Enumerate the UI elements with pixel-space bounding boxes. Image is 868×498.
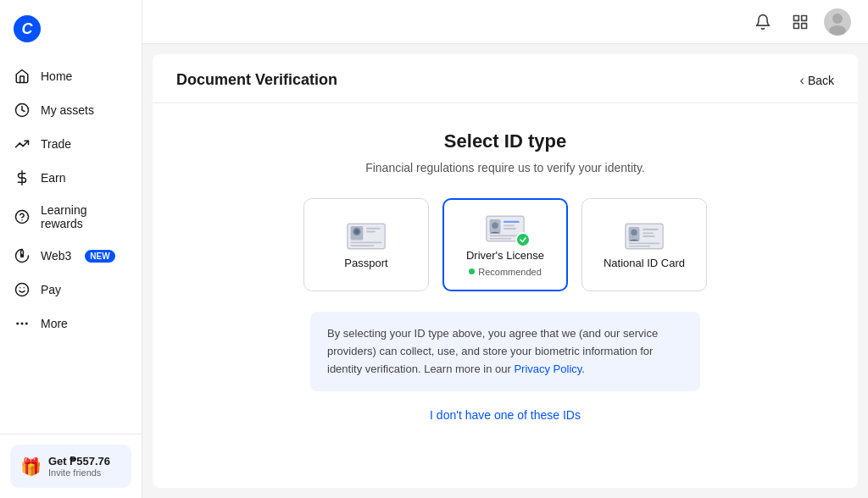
sidebar-item-label: More bbox=[41, 317, 68, 330]
invite-card[interactable]: 🎁 Get ₱557.76 Invite friends bbox=[10, 445, 131, 488]
earn-icon bbox=[14, 169, 31, 186]
sidebar-item-label: Earn bbox=[41, 171, 66, 185]
new-badge: NEW bbox=[85, 250, 114, 263]
sidebar-item-earn[interactable]: Earn bbox=[0, 161, 142, 195]
learning-icon bbox=[14, 208, 31, 225]
sidebar-item-label: My assets bbox=[41, 103, 94, 117]
svg-rect-22 bbox=[351, 245, 375, 246]
sidebar-bottom: 🎁 Get ₱557.76 Invite friends bbox=[0, 434, 142, 498]
drivers-license-icon bbox=[485, 213, 526, 244]
id-card-drivers-license[interactable]: Driver's License Recommended bbox=[442, 198, 568, 291]
id-card-national-id[interactable]: National ID Card bbox=[581, 198, 707, 291]
svg-rect-12 bbox=[802, 15, 807, 20]
sidebar-item-pay[interactable]: Pay bbox=[0, 273, 142, 307]
svg-rect-38 bbox=[643, 235, 655, 237]
web3-icon bbox=[14, 247, 31, 264]
sidebar-item-my-assets[interactable]: My assets bbox=[0, 93, 142, 127]
svg-rect-21 bbox=[351, 241, 382, 243]
back-chevron-icon: ‹ bbox=[800, 73, 804, 88]
recommended-label: Recommended bbox=[478, 267, 542, 277]
sidebar-item-web3[interactable]: Web3 NEW bbox=[0, 239, 142, 273]
sidebar-item-trade[interactable]: Trade bbox=[0, 127, 142, 161]
invite-amount: Get ₱557.76 bbox=[48, 455, 110, 468]
selected-checkmark bbox=[515, 232, 531, 247]
no-id-link[interactable]: I don't have one of these IDs bbox=[430, 408, 581, 422]
home-icon bbox=[14, 68, 31, 85]
sidebar-item-label: Home bbox=[41, 69, 72, 83]
sidebar-item-more[interactable]: More bbox=[0, 307, 142, 340]
sidebar: C Home My assets Trade bbox=[0, 0, 142, 498]
invite-text: Get ₱557.76 Invite friends bbox=[48, 455, 110, 478]
disclaimer-box: By selecting your ID type above, you agr… bbox=[310, 312, 700, 391]
header bbox=[142, 0, 868, 44]
bell-icon[interactable] bbox=[749, 8, 776, 36]
sidebar-item-learning-rewards[interactable]: Learning rewards bbox=[0, 195, 142, 239]
page-header: Document Verification ‹ Back bbox=[153, 54, 858, 103]
id-cards: Passport bbox=[303, 198, 707, 291]
national-id-icon bbox=[624, 221, 665, 252]
more-icon bbox=[14, 315, 31, 332]
select-id-title: Select ID type bbox=[444, 130, 566, 152]
select-id-subtitle: Financial regulations require us to veri… bbox=[365, 161, 645, 174]
sidebar-nav: Home My assets Trade Earn bbox=[0, 56, 142, 434]
pay-icon bbox=[14, 281, 31, 298]
svg-rect-11 bbox=[794, 15, 799, 20]
assets-icon bbox=[14, 102, 31, 119]
invite-sub: Invite friends bbox=[48, 468, 110, 478]
page-title: Document Verification bbox=[176, 71, 337, 89]
gift-icon: 🎁 bbox=[20, 456, 42, 477]
id-card-passport[interactable]: Passport bbox=[303, 198, 429, 291]
disclaimer-text: By selecting your ID type above, you agr… bbox=[327, 327, 658, 375]
svg-point-10 bbox=[26, 323, 28, 324]
svg-point-8 bbox=[17, 323, 19, 324]
svg-point-16 bbox=[829, 25, 846, 36]
back-button[interactable]: ‹ Back bbox=[800, 73, 834, 88]
svg-point-20 bbox=[354, 229, 359, 234]
svg-point-9 bbox=[21, 323, 23, 324]
svg-rect-24 bbox=[366, 230, 376, 232]
svg-rect-36 bbox=[643, 228, 658, 230]
svg-rect-23 bbox=[366, 227, 381, 229]
svg-rect-14 bbox=[802, 23, 807, 28]
svg-rect-30 bbox=[504, 228, 516, 230]
content-area: Document Verification ‹ Back Select ID t… bbox=[153, 54, 858, 488]
svg-point-27 bbox=[492, 222, 498, 228]
page-body: Select ID type Financial regulations req… bbox=[153, 103, 858, 449]
grid-icon[interactable] bbox=[787, 8, 814, 36]
svg-rect-29 bbox=[504, 224, 515, 226]
svg-point-35 bbox=[631, 229, 637, 235]
logo-circle: C bbox=[14, 15, 41, 42]
avatar[interactable] bbox=[824, 8, 851, 36]
national-id-label: National ID Card bbox=[604, 257, 685, 269]
sidebar-item-label: Learning rewards bbox=[41, 203, 128, 230]
passport-label: Passport bbox=[344, 257, 387, 269]
sidebar-item-label: Trade bbox=[41, 137, 71, 151]
svg-rect-40 bbox=[629, 246, 651, 246]
svg-point-5 bbox=[16, 284, 29, 296]
sidebar-item-label: Pay bbox=[41, 283, 61, 296]
privacy-policy-link[interactable]: Privacy Policy bbox=[514, 362, 581, 375]
svg-rect-28 bbox=[504, 220, 519, 222]
svg-rect-32 bbox=[490, 238, 512, 239]
svg-rect-39 bbox=[629, 242, 660, 244]
svg-rect-13 bbox=[794, 23, 799, 28]
drivers-license-label: Driver's License bbox=[466, 249, 544, 262]
sidebar-item-label: Web3 bbox=[41, 249, 71, 263]
sidebar-item-home[interactable]: Home bbox=[0, 59, 142, 93]
main: Document Verification ‹ Back Select ID t… bbox=[142, 0, 868, 498]
back-label: Back bbox=[808, 74, 834, 87]
recommended-badge: Recommended bbox=[469, 267, 542, 277]
svg-point-15 bbox=[832, 14, 843, 24]
trade-icon bbox=[14, 136, 31, 152]
passport-icon bbox=[346, 221, 387, 252]
recommended-dot-indicator bbox=[469, 268, 475, 274]
svg-rect-37 bbox=[643, 232, 654, 234]
logo[interactable]: C bbox=[0, 0, 142, 56]
